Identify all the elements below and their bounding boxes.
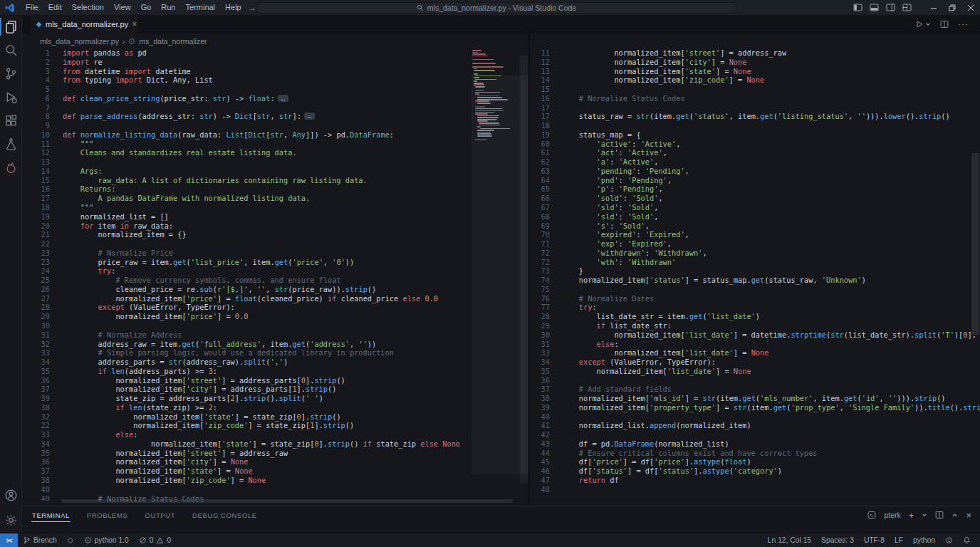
line-number[interactable]: 25 <box>21 276 63 285</box>
line-number[interactable]: 15 <box>530 85 561 94</box>
code-line[interactable]: 15 raw_data: A list of dictionaries cont… <box>21 176 528 185</box>
code-line[interactable]: 17 status_raw = str(item.get('status', i… <box>530 112 980 121</box>
code-line[interactable]: 37 normalized_item['state'] = None <box>21 467 528 476</box>
code-line[interactable]: 45 df['price'] = df['price'].astype(floa… <box>530 457 980 467</box>
menu-view[interactable]: View <box>109 3 136 11</box>
editor-pane-right[interactable]: 11 normalized_item['street'] = address_r… <box>530 48 980 504</box>
code-line[interactable]: 33 normalized_item['list_date'] = None <box>530 348 980 358</box>
code-line[interactable]: 4from typing import Dict, Any, List <box>21 75 528 85</box>
line-number[interactable]: 37 <box>530 385 561 394</box>
code-line[interactable]: 70 'expired': 'Expired', <box>530 230 980 239</box>
line-number[interactable]: 10 <box>21 130 63 140</box>
menu-edit[interactable]: Edit <box>43 3 67 11</box>
back-icon[interactable]: ← <box>234 3 242 13</box>
code-line[interactable]: 30 normalized_item['list_date'] = dateti… <box>530 330 980 340</box>
line-number[interactable]: 29 <box>530 321 561 330</box>
code-line[interactable]: 12 Cleans and standardizes real estate l… <box>21 148 528 157</box>
remote-indicator[interactable]: >< <box>0 533 18 547</box>
code-line[interactable]: 13 <box>21 157 528 167</box>
code-line[interactable]: 31 else: <box>530 340 980 349</box>
code-line[interactable]: 34 address_parts = str(address_raw).spli… <box>21 358 528 367</box>
code-line[interactable]: 66 'sold': 'Sold', <box>530 194 980 203</box>
line-number[interactable]: 41 <box>530 421 561 430</box>
menu-go[interactable]: Go <box>136 3 157 11</box>
code-line[interactable]: 62 'a': 'Active', <box>530 157 980 167</box>
code-line[interactable]: 36 normalized_item['street'] = address_p… <box>21 376 528 385</box>
line-number[interactable]: 37 <box>21 467 63 476</box>
code-line[interactable]: 61 'act': 'Active', <box>530 148 980 157</box>
encoding-item[interactable]: UTF-8 <box>859 536 890 544</box>
tab-close-icon[interactable]: × <box>132 19 137 29</box>
line-number[interactable]: 74 <box>530 276 561 285</box>
toggle-panel-icon[interactable] <box>870 4 879 11</box>
code-line[interactable]: 38 normalized_item['zip_code'] = None <box>21 476 528 485</box>
line-number[interactable]: 17 <box>530 112 561 121</box>
line-number[interactable]: 23 <box>21 249 63 258</box>
code-line[interactable]: 34 normalized_item['state'] = state_zip[… <box>21 439 528 449</box>
run-file-button[interactable] <box>915 20 931 28</box>
line-number[interactable]: 35 <box>21 367 63 376</box>
line-number[interactable]: 68 <box>530 212 561 222</box>
line-number[interactable]: 37 <box>21 385 63 394</box>
panel-tab-debug-console[interactable]: DEBUG CONSOLE <box>192 509 258 521</box>
code-line[interactable]: 67 'sld': 'Sold', <box>530 203 980 212</box>
line-number[interactable]: 32 <box>21 412 63 422</box>
code-line[interactable]: 11 normalized_item['street'] = address_r… <box>530 48 980 58</box>
line-number[interactable]: 40 <box>530 412 561 422</box>
code-line[interactable]: 16 Returns: <box>21 184 528 194</box>
line-number[interactable]: 69 <box>530 222 561 231</box>
line-number[interactable]: 3 <box>21 67 63 76</box>
code-line[interactable]: 14 Args: <box>21 167 528 176</box>
code-line[interactable]: 47 return df <box>530 476 980 485</box>
line-number[interactable]: 70 <box>530 230 561 239</box>
code-line[interactable]: 33 else: <box>21 430 528 439</box>
line-number[interactable]: 39 <box>530 403 561 412</box>
code-line[interactable]: 64 'pnd': 'Pending', <box>530 176 980 185</box>
code-line[interactable]: 40 <box>21 485 528 494</box>
line-number[interactable]: 19 <box>21 212 63 222</box>
git-branch-item[interactable]: Brench <box>18 533 62 547</box>
code-line[interactable]: 27 normalized_item['price'] = float(clea… <box>21 294 528 303</box>
testing-icon[interactable] <box>0 132 21 156</box>
line-number[interactable]: 17 <box>530 103 561 113</box>
code-line[interactable]: 68 'sld': 'Sold', <box>530 212 980 222</box>
line-number[interactable]: 34 <box>530 358 561 367</box>
code-line[interactable]: 2import re <box>21 58 528 67</box>
line-number[interactable]: 67 <box>530 203 561 212</box>
line-number[interactable]: 75 <box>530 285 561 294</box>
line-number[interactable]: 33 <box>21 430 63 439</box>
line-number[interactable]: 33 <box>530 348 561 358</box>
line-number[interactable]: 30 <box>530 330 561 340</box>
maximize-panel-icon[interactable] <box>952 512 958 519</box>
code-line[interactable]: 42 <box>530 430 980 439</box>
code-line[interactable]: 7 <box>21 103 528 113</box>
line-number[interactable]: 26 <box>21 285 63 294</box>
line-number[interactable]: 29 <box>21 312 63 321</box>
line-number[interactable]: 21 <box>21 230 63 239</box>
line-number[interactable]: 64 <box>530 176 561 185</box>
code-line[interactable]: 63 'pending': 'Pending', <box>530 167 980 176</box>
panel-tab-terminal[interactable]: TERMINAL <box>31 509 71 522</box>
code-line[interactable]: 36 normalized_item['city'] = None <box>21 457 528 467</box>
code-line[interactable]: 46 df['status'] = df['status'].astype('c… <box>530 467 980 476</box>
line-number[interactable]: 77 <box>530 303 561 312</box>
python-interpreter-item[interactable]: python 1.0 <box>79 533 134 547</box>
split-editor-icon[interactable] <box>940 20 949 28</box>
line-number[interactable]: 15 <box>21 176 63 185</box>
breadcrumb-symbol[interactable]: ms_data_normalizer <box>139 37 207 46</box>
code-line[interactable]: 60 'active': 'Active', <box>530 140 980 149</box>
code-line[interactable]: 28 list_date_str = item.get('list_date') <box>530 312 980 321</box>
code-line[interactable]: 9 <box>21 121 528 130</box>
line-number[interactable]: 45 <box>530 457 561 467</box>
code-line[interactable]: 76 # Normalize Dates <box>530 294 980 303</box>
close-panel-icon[interactable]: × <box>966 510 971 521</box>
line-number[interactable]: 18 <box>21 203 63 212</box>
line-number[interactable]: 13 <box>21 157 63 167</box>
code-line[interactable]: 35 if len(address_parts) >= 3: <box>21 367 528 376</box>
breadcrumb[interactable]: mls_data_normalizer.py › ms_data_normali… <box>21 33 528 48</box>
code-line[interactable]: 22 <box>21 239 528 249</box>
line-number[interactable]: 42 <box>530 430 561 439</box>
menu-terminal[interactable]: Terminal <box>181 3 221 11</box>
line-number[interactable]: 35 <box>530 367 561 376</box>
code-line[interactable]: 19 normalized_list = [] <box>21 212 528 222</box>
